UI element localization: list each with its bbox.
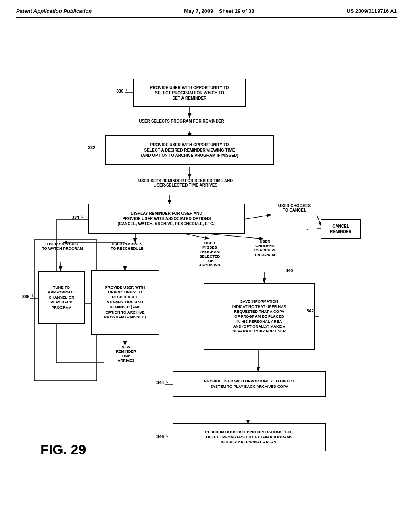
label-346: 346 └ xyxy=(156,434,168,439)
box-344: PROVIDE USER WITH OPPORTUNITY TO DIRECTS… xyxy=(173,371,326,397)
label-334: 334 └ xyxy=(72,215,83,220)
svg-line-5 xyxy=(242,215,271,220)
user-misses-label: USERMISSESPROGRAMSELECTEDFORARCHIVING xyxy=(190,241,230,267)
patent-page: Patent Application Publication May 7, 20… xyxy=(0,0,413,532)
user-chooses-reschedule-label: USER CHOOSESTO RESCHEDULE xyxy=(103,242,151,251)
user-chooses-cancel-label: USER CHOOSESTO CANCEL xyxy=(270,204,319,212)
diagram-area: PROVIDE USER WITH OPPORTUNITY TOSELECT P… xyxy=(16,26,397,490)
box-336: TUNE TOAPPROPRIATECHANNEL ORPLAY BACKPRO… xyxy=(38,271,85,324)
figure-label: FIG. 29 xyxy=(40,442,86,457)
label-cancel-reminder: ┘ xyxy=(307,227,310,232)
svg-line-11 xyxy=(210,234,264,239)
user-sets-label: USER SETS REMINDER FOR DESIRED TIME ANDU… xyxy=(89,179,282,187)
box-332: PROVIDE USER WITH OPPORTUNITY TOSELECT A… xyxy=(105,135,274,165)
user-chooses-archive-label: USERCHOOSESTO ARCHIVEPROGRAM xyxy=(243,239,287,257)
header-patent-number: US 2009/0119716 A1 xyxy=(346,8,397,14)
header-date-sheet: May 7, 2009 Sheet 29 of 33 xyxy=(184,8,254,14)
box-346: PERFORM HOUSEKEEPING OPERATIONS (E.G.,DE… xyxy=(173,423,326,451)
box-342: SAVE INFORMATIONINDICATING THAT USER HAS… xyxy=(204,283,315,350)
cancel-reminder-box: CANCELREMINDER xyxy=(321,219,361,239)
box-330: PROVIDE USER WITH OPPORTUNITY TOSELECT P… xyxy=(133,79,246,107)
user-chooses-watch-label: USER CHOOSESTO WATCH PROGRAM xyxy=(36,242,89,251)
user-selects-label: USER SELECTS PROGRAM FOR REMINDER xyxy=(105,119,258,123)
new-reminder-label: NEWREMINDERTIMEARRIVES xyxy=(103,345,149,362)
page-header: Patent Application Publication May 7, 20… xyxy=(16,8,397,18)
label-344: 344 └ xyxy=(156,380,168,385)
label-330: 330 └ xyxy=(116,89,128,94)
box-334: DISPLAY REMINDER FOR USER ANDPROVIDE USE… xyxy=(88,204,245,234)
header-publication-type: Patent Application Publication xyxy=(16,8,92,14)
box-338: PROVIDE USER WITHOPPORTUNITY TORESCHEDUL… xyxy=(91,270,159,335)
label-342: 342 xyxy=(307,308,314,313)
label-336: 336 └ xyxy=(22,294,34,299)
svg-line-10 xyxy=(186,234,210,239)
label-340: 340 xyxy=(286,268,293,273)
label-332: 332 └ xyxy=(88,145,100,150)
